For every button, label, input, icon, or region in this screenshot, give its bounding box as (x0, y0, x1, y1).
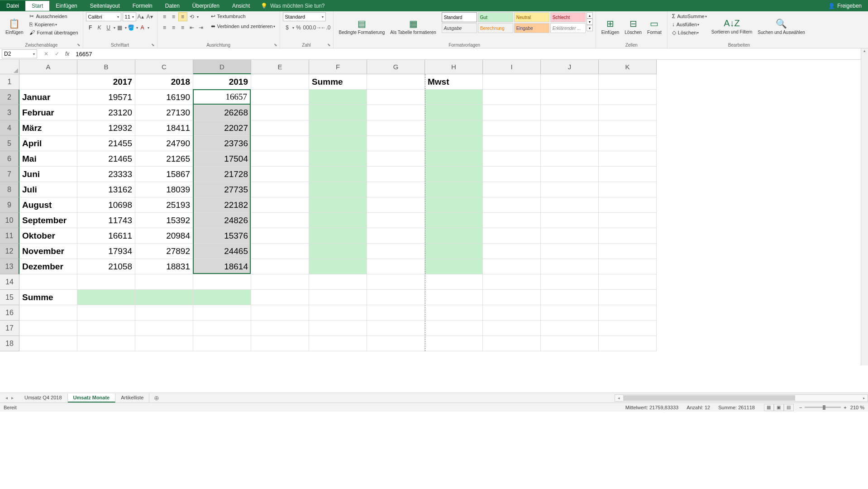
cell[interactable]: 26268 (193, 105, 251, 120)
cell[interactable] (309, 336, 367, 351)
cell[interactable]: 15392 (135, 213, 193, 228)
cell[interactable] (483, 151, 541, 167)
cell[interactable] (367, 290, 425, 305)
cell[interactable] (309, 151, 367, 167)
cell[interactable] (309, 167, 367, 182)
cell[interactable] (309, 120, 367, 136)
cell[interactable] (309, 213, 367, 228)
cell[interactable] (425, 136, 483, 151)
nav-next-icon[interactable]: ▸ (10, 395, 15, 400)
row-header[interactable]: 16 (0, 305, 19, 321)
row-header[interactable]: 11 (0, 228, 19, 244)
column-header[interactable]: J (541, 60, 599, 74)
cell[interactable]: Januar (19, 90, 77, 105)
cell[interactable] (483, 274, 541, 290)
cell[interactable]: September (19, 213, 77, 228)
cell[interactable]: Mai (19, 151, 77, 167)
cell[interactable] (367, 120, 425, 136)
name-box[interactable]: D2▾ (2, 49, 37, 58)
cell[interactable] (425, 290, 483, 305)
sheet-tab[interactable]: Umsatz Monate (68, 393, 116, 403)
nav-prev-icon[interactable]: ◂ (4, 395, 10, 400)
cell[interactable] (541, 321, 599, 336)
cell[interactable] (425, 213, 483, 228)
cell[interactable]: 16190 (135, 90, 193, 105)
view-buttons[interactable]: ▦ ▣ ▤ (764, 404, 794, 411)
cell[interactable] (599, 244, 657, 259)
style-cell[interactable]: Eingabe (514, 23, 549, 33)
cell[interactable] (599, 120, 657, 136)
cell[interactable]: Summe (309, 74, 367, 90)
row-header[interactable]: 1 (0, 74, 19, 90)
style-cell[interactable]: Standard (442, 12, 477, 22)
cell[interactable] (483, 182, 541, 197)
zoom-level[interactable]: 210 % (850, 405, 864, 410)
cell[interactable]: 27130 (135, 105, 193, 120)
cell[interactable] (19, 321, 77, 336)
cell[interactable] (425, 305, 483, 321)
spreadsheet-grid[interactable]: ABCDEFGHIJK 123456789101112131415161718 … (0, 60, 868, 393)
cell[interactable] (251, 105, 309, 120)
gallery-scroll[interactable]: ▴ ▾ ▾ (587, 12, 593, 40)
fill-color-button[interactable]: 🪣 (127, 23, 136, 32)
cell[interactable] (599, 197, 657, 213)
cell[interactable] (77, 336, 135, 351)
cell[interactable]: August (19, 197, 77, 213)
autosum-button[interactable]: ΣAutoSumme▾ (670, 12, 709, 20)
cell[interactable] (309, 290, 367, 305)
cell[interactable]: 21728 (193, 167, 251, 182)
cell[interactable] (309, 305, 367, 321)
cell[interactable] (251, 336, 309, 351)
cell[interactable] (135, 290, 193, 305)
cell[interactable] (483, 167, 541, 182)
cell[interactable] (367, 182, 425, 197)
cell[interactable] (135, 274, 193, 290)
cell[interactable]: 21465 (77, 151, 135, 167)
cell[interactable] (425, 197, 483, 213)
cell[interactable] (367, 336, 425, 351)
row-header[interactable]: 10 (0, 213, 19, 228)
tab-formulas[interactable]: Formeln (126, 1, 159, 11)
zoom-out-button[interactable]: − (799, 405, 802, 410)
column-header[interactable]: B (77, 60, 135, 74)
underline-button[interactable]: U (104, 23, 113, 32)
tab-start[interactable]: Start (25, 1, 49, 11)
cell[interactable] (541, 151, 599, 167)
cell[interactable] (483, 244, 541, 259)
cell-styles-gallery[interactable]: StandardGutNeutralSchlechtAusgabeBerechn… (442, 12, 586, 40)
sort-filter-button[interactable]: A↓ZSortieren und Filtern (709, 12, 755, 40)
copy-button[interactable]: ⎘Kopieren▾ (28, 20, 80, 29)
cell[interactable]: 23333 (77, 167, 135, 182)
cell[interactable] (251, 136, 309, 151)
orientation-button[interactable]: ⟲ (187, 12, 196, 21)
cell[interactable]: 16611 (77, 228, 135, 244)
cell[interactable] (367, 305, 425, 321)
cell[interactable] (367, 105, 425, 120)
cell[interactable] (541, 259, 599, 274)
decrease-indent-button[interactable]: ⇤ (187, 23, 196, 32)
cell[interactable] (599, 90, 657, 105)
formula-input[interactable]: 16657 (74, 51, 868, 58)
cell[interactable] (367, 321, 425, 336)
cell[interactable] (541, 305, 599, 321)
align-middle-button[interactable]: ≡ (169, 12, 178, 21)
cell[interactable]: 17934 (77, 244, 135, 259)
row-header[interactable]: 6 (0, 151, 19, 167)
row-header[interactable]: 12 (0, 244, 19, 259)
cell[interactable] (251, 228, 309, 244)
zoom-in-button[interactable]: + (844, 405, 846, 410)
column-header[interactable]: C (135, 60, 193, 74)
cell[interactable] (309, 90, 367, 105)
scroll-down-icon[interactable]: ▾ (587, 19, 593, 25)
cell[interactable]: Juli (19, 182, 77, 197)
cell[interactable] (599, 336, 657, 351)
cell[interactable]: 18411 (135, 120, 193, 136)
cell[interactable] (599, 105, 657, 120)
cell[interactable] (309, 244, 367, 259)
cell[interactable] (251, 290, 309, 305)
cell[interactable] (193, 321, 251, 336)
accounting-format-button[interactable]: $ (283, 23, 292, 32)
cell[interactable] (251, 74, 309, 90)
row-header[interactable]: 5 (0, 136, 19, 151)
row-header[interactable]: 8 (0, 182, 19, 197)
